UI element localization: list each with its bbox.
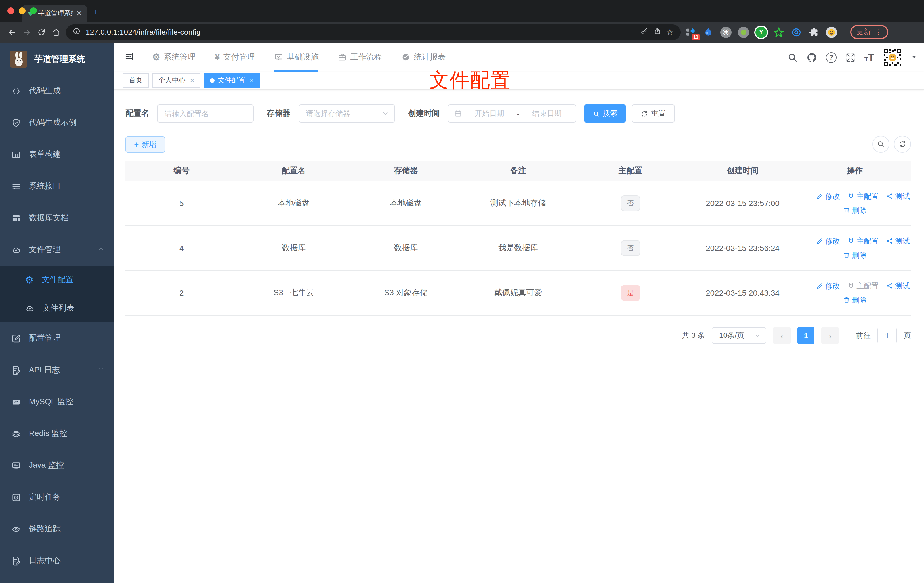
sidebar-item-mysql-monitor[interactable]: MySQL 监控 [0, 386, 114, 418]
delete-link[interactable]: 删除 [843, 250, 867, 260]
close-icon[interactable]: × [190, 76, 194, 84]
sidebar-item-file-manage[interactable]: 文件管理 [0, 234, 114, 266]
nav-item-report[interactable]: 统计报表 [401, 43, 446, 71]
close-icon[interactable]: × [250, 76, 254, 84]
github-icon[interactable] [807, 52, 817, 63]
url-text[interactable]: 127.0.0.1:1024/infra/file/file-config [86, 28, 635, 36]
browser-update-button[interactable]: 更新 ⋮ [850, 25, 888, 39]
trash-icon [843, 206, 850, 214]
sidebar-item-redis-monitor[interactable]: Redis 监控 [0, 418, 114, 449]
test-link[interactable]: 测试 [886, 281, 910, 291]
help-icon[interactable]: ? [826, 52, 837, 63]
password-key-icon[interactable] [640, 27, 648, 37]
end-date-placeholder[interactable]: 结束日期 [524, 109, 570, 119]
config-name-input[interactable] [157, 104, 254, 122]
cell-id: 2 [125, 288, 238, 297]
sidebar-item-file-list[interactable]: 文件列表 [0, 294, 114, 322]
extensions-row: 11 ⌘ Y 更新 ⋮ [685, 25, 888, 39]
test-link[interactable]: 测试 [886, 191, 910, 201]
sidebar-item-code-gen-example[interactable]: 代码生成示例 [0, 107, 114, 139]
reload-button[interactable] [34, 25, 49, 40]
collapse-sidebar-icon[interactable] [120, 48, 140, 67]
view-tab-file-config[interactable]: 文件配置× [204, 73, 260, 88]
reset-button[interactable]: 重置 [632, 104, 675, 122]
back-button[interactable] [5, 25, 19, 40]
start-date-placeholder[interactable]: 开始日期 [467, 109, 513, 119]
sidebar-item-api-log[interactable]: API 日志 [0, 354, 114, 386]
master-link[interactable]: 主配置 [847, 191, 879, 201]
app-logo[interactable]: 芋道管理系统 [0, 43, 114, 75]
show-search-button[interactable] [872, 135, 889, 153]
site-info-icon[interactable] [73, 27, 81, 37]
extensions-puzzle-icon[interactable] [808, 26, 820, 38]
extension-star-icon[interactable] [773, 26, 784, 38]
sidebar-item-db-doc[interactable]: 数据库文档 [0, 202, 114, 234]
edit-link[interactable]: 修改 [816, 191, 840, 201]
cell-actions: 修改主配置测试删除 [799, 191, 911, 215]
nav-item-payment[interactable]: ¥支付管理 [215, 43, 255, 71]
profile-avatar-icon[interactable] [826, 26, 837, 38]
home-button[interactable] [49, 25, 64, 40]
calendar-icon [454, 109, 462, 117]
delete-link[interactable]: 删除 [843, 205, 867, 215]
date-range-picker[interactable]: 开始日期 - 结束日期 [448, 104, 576, 122]
table-toolbar: + 新增 [125, 136, 911, 153]
sidebar-item-log-center[interactable]: 日志中心 [0, 545, 114, 577]
sidebar-item-code-gen[interactable]: 代码生成 [0, 75, 114, 107]
next-page-button[interactable]: › [821, 327, 839, 344]
sidebar-item-system-api[interactable]: 系统接口 [0, 170, 114, 202]
user-avatar[interactable] [883, 48, 903, 67]
sidebar-item-file-config[interactable]: ⚙文件配置 [0, 266, 114, 294]
browser-menu-icon[interactable]: ⋮ [874, 28, 882, 36]
fullscreen-icon[interactable] [845, 52, 856, 63]
extension-command-icon[interactable]: ⌘ [720, 26, 732, 38]
page-size-select[interactable]: 10条/页 [712, 327, 766, 344]
tab-close-icon[interactable]: ✕ [76, 9, 82, 17]
sidebar-item-java-monitor[interactable]: Java 监控 [0, 449, 114, 481]
extension-y-icon[interactable]: Y [756, 26, 767, 38]
edit-link[interactable]: 修改 [816, 281, 840, 291]
page-size-value: 10条/页 [719, 330, 744, 340]
address-bar[interactable]: 127.0.0.1:1024/infra/file/file-config ☆ [66, 24, 680, 40]
minimize-window-button[interactable] [19, 7, 26, 14]
sidebar-item-form-builder[interactable]: 表单构建 [0, 139, 114, 170]
nav-item-workflow[interactable]: 工作流程 [338, 43, 382, 71]
delete-link[interactable]: 删除 [843, 295, 867, 305]
extension-drop-icon[interactable] [703, 26, 714, 38]
font-size-icon[interactable]: TT [865, 53, 874, 62]
extension-eye-icon[interactable] [790, 26, 802, 38]
search-button[interactable]: 搜索 [584, 104, 626, 122]
forward-button[interactable] [19, 25, 34, 40]
sidebar-item-config-manage[interactable]: 配置管理 [0, 322, 114, 354]
sidebar-item-trace[interactable]: 链路追踪 [0, 513, 114, 545]
view-tab-profile[interactable]: 个人中心× [152, 73, 200, 88]
zoom-window-button[interactable] [30, 7, 37, 14]
prev-page-button[interactable]: ‹ [773, 327, 790, 344]
view-tab-home[interactable]: 首页 [122, 73, 149, 88]
goto-page-input[interactable] [878, 327, 897, 344]
new-tab-button[interactable]: + [93, 7, 99, 18]
master-link[interactable]: 主配置 [847, 236, 879, 246]
browser-tabstrip: 芋道管理系统 ✕ + [0, 0, 924, 21]
nav-item-infra[interactable]: 基础设施 [274, 43, 319, 71]
extension-dot-icon[interactable] [738, 26, 749, 38]
master-link[interactable]: 主配置 [847, 281, 879, 291]
column-header: 备注 [462, 165, 574, 176]
bookmark-star-icon[interactable]: ☆ [666, 28, 674, 36]
test-link[interactable]: 测试 [886, 236, 910, 246]
add-button[interactable]: + 新增 [125, 136, 165, 153]
extension-tag-assistant-icon[interactable]: 11 [685, 26, 696, 38]
cell-storage: S3 对象存储 [350, 288, 462, 298]
close-window-button[interactable] [7, 7, 14, 14]
share-icon[interactable] [653, 27, 661, 37]
search-icon[interactable] [787, 52, 798, 63]
user-caret-down-icon[interactable] [911, 52, 917, 63]
storage-select[interactable]: 请选择存储器 [299, 104, 395, 122]
edit-link[interactable]: 修改 [816, 236, 840, 246]
sidebar-item-cron-job[interactable]: 定时任务 [0, 481, 114, 513]
nav-item-system[interactable]: ⚙系统管理 [152, 43, 196, 71]
refresh-table-button[interactable] [894, 135, 911, 153]
table-body: 5本地磁盘本地磁盘测试下本地存储否2022-03-15 23:57:00修改主配… [125, 181, 911, 315]
page-1-button[interactable]: 1 [797, 327, 815, 344]
timer-icon [12, 492, 21, 502]
